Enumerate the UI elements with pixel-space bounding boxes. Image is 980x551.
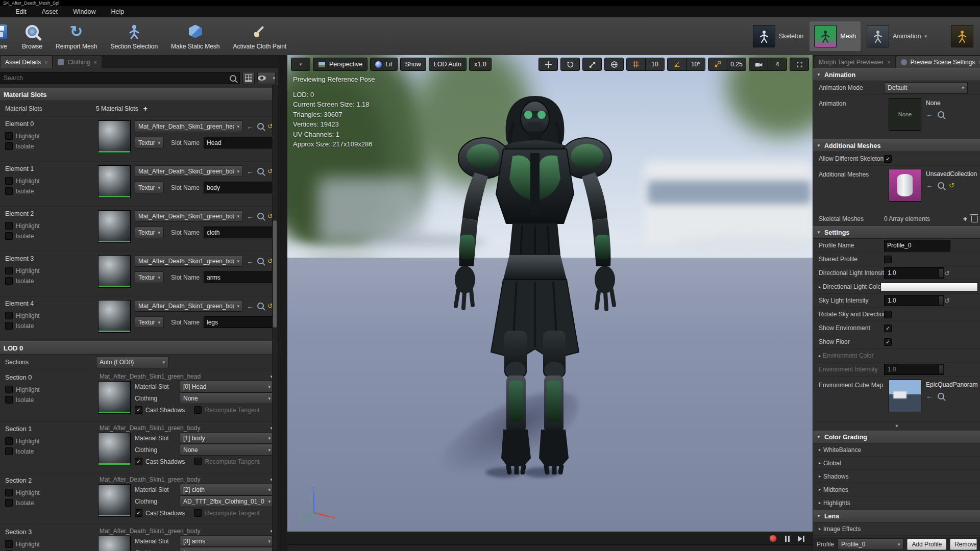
category-color-grading[interactable]: ▼ Color Grading: [813, 431, 980, 443]
textures-dropdown[interactable]: Textures▾: [135, 271, 164, 283]
save-button[interactable]: Save: [0, 17, 15, 55]
chevron-right-icon[interactable]: ▸: [819, 354, 821, 358]
menu-asset[interactable]: Asset: [42, 8, 58, 15]
highlight-checkbox[interactable]: [5, 177, 13, 185]
category-lens[interactable]: ▼ Lens: [813, 510, 980, 522]
category-additional-meshes[interactable]: ▼ Additional Meshes: [813, 139, 980, 152]
highlight-checkbox-row[interactable]: Highlight: [5, 222, 96, 230]
material-slot-select[interactable]: [0] Head▾: [180, 381, 274, 392]
search-box[interactable]: [0, 72, 240, 84]
shared-profile-checkbox[interactable]: [884, 256, 892, 263]
whitebalance-row[interactable]: ▸ WhiteBalance: [813, 443, 980, 457]
highlight-checkbox[interactable]: [5, 540, 13, 548]
highlight-checkbox[interactable]: [5, 222, 13, 230]
recompute-tangent-checkbox[interactable]: [194, 509, 202, 517]
lit-mode-button[interactable]: Lit: [370, 58, 397, 71]
isolate-checkbox[interactable]: [5, 447, 13, 455]
menu-edit[interactable]: Edit: [15, 8, 27, 15]
category-settings[interactable]: ▼ Settings: [813, 226, 980, 239]
clothing-select[interactable]: None▾: [180, 444, 274, 456]
isolate-checkbox-row[interactable]: Isolate: [5, 447, 96, 455]
tab-asset-details[interactable]: Asset Details ×: [1, 56, 52, 68]
browse-to-asset-icon[interactable]: [257, 258, 264, 264]
slot-name-input[interactable]: [204, 271, 274, 283]
directional-light-color-swatch[interactable]: [880, 283, 978, 291]
isolate-checkbox-row[interactable]: Isolate: [5, 187, 96, 195]
slot-name-input[interactable]: [204, 227, 274, 238]
highlight-checkbox-row[interactable]: Highlight: [5, 267, 96, 274]
search-input[interactable]: [3, 74, 230, 82]
view-options-grid-button[interactable]: [242, 72, 255, 84]
shadows-row[interactable]: ▸ Shadows: [813, 470, 980, 483]
perspective-button[interactable]: Perspective: [313, 58, 368, 71]
isolate-checkbox-row[interactable]: Isolate: [5, 277, 96, 285]
isolate-checkbox[interactable]: [5, 232, 13, 240]
rotate-sky-checkbox[interactable]: [884, 311, 892, 318]
use-selected-icon[interactable]: ←: [926, 110, 933, 118]
slot-name-input[interactable]: [204, 316, 274, 328]
use-selected-icon[interactable]: ←: [926, 392, 933, 400]
trash-icon[interactable]: [971, 216, 978, 222]
remove-profile-button[interactable]: Remove: [950, 539, 977, 550]
add-element-button[interactable]: +: [963, 215, 967, 223]
material-select[interactable]: Mat_After_Death_Skin1_green_body▾: [135, 210, 243, 222]
material-slot-select[interactable]: [2] cloth▾: [180, 484, 274, 495]
sky-light-intensity-input[interactable]: 1.0: [884, 295, 944, 306]
lod-header[interactable]: LOD 0: [0, 341, 278, 355]
material-select[interactable]: Mat_After_Death_Skin1_green_head▾: [135, 120, 243, 132]
screen-size-button[interactable]: x1.0: [469, 58, 492, 71]
use-selected-icon[interactable]: ←: [247, 167, 254, 176]
profile-name-input[interactable]: [884, 240, 950, 252]
viewport-3d-scene[interactable]: Previewing Reference Pose LOD: 0 Current…: [287, 55, 813, 532]
tab-preview-scene-settings[interactable]: Preview Scene Settings ×: [896, 56, 980, 68]
textures-dropdown[interactable]: Textures▾: [135, 227, 164, 238]
reimport-mesh-button[interactable]: ↻ Reimport Mesh: [49, 17, 104, 55]
cast-shadows-checkbox[interactable]: [135, 406, 142, 414]
additional-meshes-thumbnail[interactable]: [889, 169, 921, 202]
preview-asset-button[interactable]: [946, 21, 978, 51]
highlights-row[interactable]: ▸ Highlights: [813, 496, 980, 510]
isolate-checkbox[interactable]: [5, 142, 13, 150]
menu-help[interactable]: Help: [111, 8, 124, 15]
scale-snap-toggle[interactable]: [708, 58, 727, 70]
section-selection-button[interactable]: Section Selection: [104, 17, 164, 55]
chevron-right-icon[interactable]: ▸: [819, 285, 821, 289]
show-floor-checkbox[interactable]: [884, 338, 892, 346]
allow-different-skeletons-checkbox[interactable]: [884, 155, 892, 163]
browse-to-asset-icon[interactable]: [938, 182, 944, 189]
camera-speed-button[interactable]: [749, 58, 768, 70]
camera-speed-value[interactable]: 4: [768, 58, 787, 70]
tab-mesh[interactable]: Mesh: [810, 21, 861, 51]
section-material-header[interactable]: Mat_After_Death_Skin1_green_body ▾: [98, 526, 274, 536]
close-icon[interactable]: ×: [887, 59, 890, 65]
scale-tool-button[interactable]: [582, 58, 602, 71]
viewport-options-button[interactable]: ▾: [291, 58, 310, 71]
add-material-slot-button[interactable]: +: [143, 105, 148, 113]
step-forward-button[interactable]: [798, 536, 804, 542]
browse-to-asset-icon[interactable]: [257, 168, 264, 174]
section-material-thumbnail[interactable]: [98, 484, 131, 517]
rotation-snap-value[interactable]: 10°: [686, 58, 705, 70]
material-thumbnail[interactable]: [98, 255, 131, 288]
highlight-checkbox-row[interactable]: Highlight: [5, 437, 96, 445]
activate-cloth-paint-button[interactable]: Activate Cloth Paint: [226, 17, 293, 55]
tab-morph-target-previewer[interactable]: Morph Target Previewer ×: [814, 56, 895, 68]
browse-button[interactable]: Browse: [15, 17, 49, 55]
highlight-checkbox[interactable]: [5, 312, 13, 319]
add-profile-button[interactable]: Add Profile: [907, 539, 946, 550]
visibility-filter-button[interactable]: ▾: [257, 72, 276, 84]
section-material-thumbnail[interactable]: [98, 381, 131, 414]
coordinate-system-button[interactable]: [604, 58, 624, 71]
highlight-checkbox[interactable]: [5, 489, 13, 496]
browse-to-asset-icon[interactable]: [938, 111, 944, 118]
use-selected-icon[interactable]: ←: [247, 122, 254, 131]
material-thumbnail[interactable]: [98, 165, 131, 198]
section-material-thumbnail[interactable]: [98, 433, 131, 465]
isolate-checkbox-row[interactable]: Isolate: [5, 396, 96, 404]
textures-dropdown[interactable]: Textures▾: [135, 182, 164, 193]
close-icon[interactable]: ×: [94, 59, 97, 65]
translate-tool-button[interactable]: [538, 58, 558, 71]
use-selected-icon[interactable]: ←: [247, 212, 254, 220]
isolate-checkbox[interactable]: [5, 277, 13, 285]
material-thumbnail[interactable]: [98, 300, 131, 333]
